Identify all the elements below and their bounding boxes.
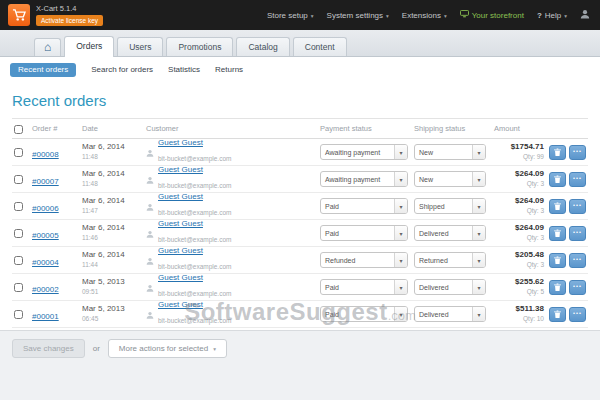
customer-email: bit-bucket@example.com — [158, 155, 231, 162]
chevron-down-icon: ▾ — [311, 13, 314, 19]
customer-link[interactable]: Guest Guest — [158, 247, 231, 256]
menu-store-setup[interactable]: Store setup▾ — [267, 11, 314, 20]
tab-catalog[interactable]: Catalog — [236, 37, 289, 57]
chevron-down-icon: ▾ — [394, 199, 407, 213]
more-actions-dropdown[interactable]: More actions for selected ▾ — [108, 339, 227, 358]
order-link[interactable]: #00001 — [32, 312, 59, 321]
tab-promotions[interactable]: Promotions — [166, 37, 233, 57]
more-options-button[interactable]: ••• — [569, 199, 586, 214]
column-header-payment-status[interactable]: Payment status — [318, 124, 412, 133]
customer-link[interactable]: Guest Guest — [158, 139, 231, 148]
column-header-customer[interactable]: Customer — [144, 124, 318, 133]
customer-email: bit-bucket@example.com — [158, 182, 231, 189]
shipping-status-select[interactable]: Returned ▾ — [414, 252, 486, 268]
subnav-recent-orders[interactable]: Recent orders — [10, 63, 76, 77]
payment-status-value: Refunded — [321, 253, 394, 267]
customer-link[interactable]: Guest Guest — [158, 193, 231, 202]
order-qty: Qty: 3 — [494, 207, 544, 215]
more-options-button[interactable]: ••• — [569, 253, 586, 268]
order-qty: Qty: 5 — [494, 288, 544, 296]
delete-order-button[interactable] — [549, 199, 566, 214]
row-checkbox[interactable] — [14, 148, 23, 157]
payment-status-select[interactable]: Awaiting payment ▾ — [320, 171, 408, 187]
activate-license-button[interactable]: Activate license key — [36, 15, 103, 26]
tab-orders[interactable]: Orders — [64, 36, 114, 58]
payment-status-select[interactable]: Paid ▾ — [320, 306, 408, 322]
tab-content[interactable]: Content — [293, 37, 347, 57]
payment-status-select[interactable]: Paid ▾ — [320, 225, 408, 241]
payment-status-value: Awaiting payment — [321, 145, 394, 159]
order-link[interactable]: #00005 — [32, 231, 59, 240]
delete-order-button[interactable] — [549, 307, 566, 322]
tab-users[interactable]: Users — [117, 37, 163, 57]
chevron-down-icon: ▾ — [472, 307, 485, 321]
customer-link[interactable]: Guest Guest — [158, 301, 231, 310]
order-link[interactable]: #00007 — [32, 177, 59, 186]
row-checkbox[interactable] — [14, 310, 23, 319]
delete-order-button[interactable] — [549, 280, 566, 295]
account-menu[interactable] — [580, 9, 590, 21]
menu-extensions[interactable]: Extensions▾ — [402, 11, 447, 20]
tab-home[interactable]: ⌂ — [34, 38, 61, 56]
menu-system-settings-label: System settings — [327, 11, 383, 20]
customer-link[interactable]: Guest Guest — [158, 274, 231, 283]
delete-order-button[interactable] — [549, 226, 566, 241]
subnav-statistics[interactable]: Statistics — [168, 65, 200, 74]
order-qty: Qty: 99 — [494, 153, 544, 161]
row-checkbox[interactable] — [14, 256, 23, 265]
column-header-order[interactable]: Order # — [30, 124, 80, 133]
person-icon — [146, 197, 154, 215]
payment-status-select[interactable]: Refunded ▾ — [320, 252, 408, 268]
payment-status-value: Paid — [321, 199, 394, 213]
row-checkbox[interactable] — [14, 202, 23, 211]
order-link[interactable]: #00008 — [32, 150, 59, 159]
column-header-amount[interactable]: Amount — [492, 124, 546, 133]
order-date: Mar 6, 2014 — [82, 170, 142, 179]
order-time: 09:51 — [82, 288, 142, 296]
payment-status-select[interactable]: Awaiting payment ▾ — [320, 144, 408, 160]
order-link[interactable]: #00004 — [32, 258, 59, 267]
more-options-button[interactable]: ••• — [569, 307, 586, 322]
ellipsis-icon: ••• — [573, 203, 582, 209]
shipping-status-select[interactable]: New ▾ — [414, 144, 486, 160]
menu-your-storefront[interactable]: Your storefront — [460, 10, 524, 20]
menu-help[interactable]: ?Help▾ — [537, 11, 567, 20]
order-link[interactable]: #00006 — [32, 204, 59, 213]
column-header-date[interactable]: Date — [80, 124, 144, 133]
topbar: X-Cart 5.1.4 Activate license key Store … — [0, 0, 600, 30]
shipping-status-select[interactable]: Delivered ▾ — [414, 306, 486, 322]
customer-link[interactable]: Guest Guest — [158, 166, 231, 175]
payment-status-value: Paid — [321, 226, 394, 240]
subnav-search-for-orders[interactable]: Search for orders — [91, 65, 153, 74]
chevron-down-icon: ▾ — [472, 172, 485, 186]
save-changes-button[interactable]: Save changes — [12, 339, 85, 358]
row-checkbox[interactable] — [14, 175, 23, 184]
delete-order-button[interactable] — [549, 172, 566, 187]
row-checkbox[interactable] — [14, 283, 23, 292]
menu-system-settings[interactable]: System settings▾ — [327, 11, 389, 20]
order-link[interactable]: #00002 — [32, 285, 59, 294]
payment-status-select[interactable]: Paid ▾ — [320, 279, 408, 295]
payment-status-select[interactable]: Paid ▾ — [320, 198, 408, 214]
shipping-status-value: Delivered — [415, 280, 472, 294]
more-options-button[interactable]: ••• — [569, 145, 586, 160]
more-options-button[interactable]: ••• — [569, 226, 586, 241]
shipping-status-select[interactable]: Delivered ▾ — [414, 279, 486, 295]
select-all-checkbox[interactable] — [14, 125, 23, 134]
ellipsis-icon: ••• — [573, 257, 582, 263]
row-checkbox[interactable] — [14, 229, 23, 238]
delete-order-button[interactable] — [549, 145, 566, 160]
ellipsis-icon: ••• — [573, 230, 582, 236]
recent-orders-panel: Recent orders Order # Date Customer Paym… — [0, 82, 600, 328]
shipping-status-select[interactable]: Delivered ▾ — [414, 225, 486, 241]
shipping-status-select[interactable]: New ▾ — [414, 171, 486, 187]
delete-order-button[interactable] — [549, 253, 566, 268]
shipping-status-select[interactable]: Shipped ▾ — [414, 198, 486, 214]
subnav-returns[interactable]: Returns — [215, 65, 243, 74]
column-header-shipping-status[interactable]: Shipping status — [412, 124, 492, 133]
customer-link[interactable]: Guest Guest — [158, 220, 231, 229]
page-title: Recent orders — [12, 92, 588, 109]
main-tabs: ⌂ Orders Users Promotions Catalog Conten… — [0, 30, 600, 57]
more-options-button[interactable]: ••• — [569, 172, 586, 187]
more-options-button[interactable]: ••• — [569, 280, 586, 295]
